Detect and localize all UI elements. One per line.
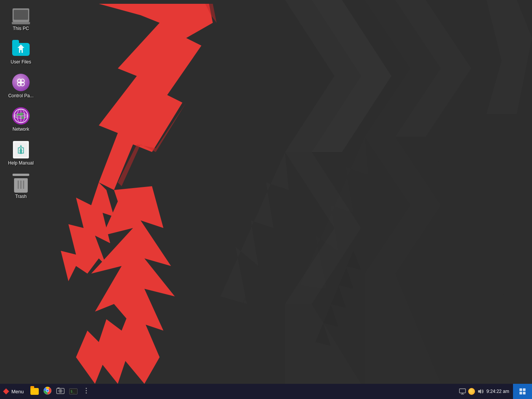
desktop-icons: This PC User Files (4, 4, 38, 201)
svg-rect-53 (519, 392, 522, 394)
screenshot-icon (56, 387, 65, 396)
control-panel-label: Control Pa... (8, 93, 34, 98)
svg-point-44 (86, 388, 87, 389)
this-pc-label: This PC (13, 26, 29, 31)
start-button[interactable]: Menu (0, 384, 27, 399)
taskbar-blue-button[interactable] (513, 384, 532, 399)
chrome-icon (43, 386, 52, 396)
svg-rect-54 (523, 392, 526, 394)
taskbar-apps: $_ (27, 384, 94, 399)
files-icon (30, 388, 39, 395)
svg-point-39 (46, 390, 49, 392)
this-pc-icon (12, 6, 30, 24)
tray-coin-icon[interactable] (468, 388, 475, 395)
desktop-icon-network[interactable]: Network (4, 104, 38, 134)
help-manual-label: Help Manual (8, 160, 33, 166)
taskbar-app-screenshot[interactable] (54, 385, 66, 397)
svg-rect-52 (523, 388, 526, 391)
notifications-icon (519, 388, 526, 395)
help-manual-icon (12, 141, 30, 159)
desktop-icon-user-files[interactable]: User Files (4, 37, 38, 67)
svg-rect-36 (20, 151, 22, 154)
taskbar: Menu (0, 384, 532, 399)
clock-label: 9:24:22 am (486, 389, 509, 394)
taskbar-app-terminal[interactable]: $_ (67, 385, 79, 397)
desktop-icon-help-manual[interactable]: Help Manual (4, 138, 38, 168)
tray-clock[interactable]: 9:24:22 am (486, 388, 509, 395)
taskbar-tray: 9:24:22 am (455, 384, 513, 399)
control-panel-icon (12, 73, 30, 92)
svg-rect-41 (57, 388, 60, 389)
desktop-icon-control-panel[interactable]: Control Pa... (4, 71, 38, 101)
svg-point-43 (60, 390, 61, 392)
taskbar-app-files[interactable] (28, 385, 41, 397)
tray-monitor-icon[interactable] (459, 388, 466, 395)
svg-point-27 (20, 82, 22, 83)
wallpaper (0, 0, 532, 384)
menu-dots-icon (83, 388, 89, 395)
start-label: Menu (11, 389, 24, 394)
user-files-label: User Files (11, 59, 31, 65)
tray-volume-icon[interactable] (477, 388, 484, 395)
user-files-icon (12, 40, 30, 58)
trash-label: Trash (15, 194, 27, 199)
svg-rect-47 (459, 389, 466, 393)
taskbar-app-chrome[interactable] (41, 385, 54, 397)
svg-point-45 (86, 390, 87, 391)
desktop: This PC User Files (0, 0, 532, 384)
trash-icon (12, 174, 30, 192)
desktop-icon-trash[interactable]: Trash (4, 172, 38, 201)
desktop-icon-this-pc[interactable]: This PC (4, 4, 38, 33)
start-icon (3, 388, 9, 394)
svg-rect-51 (519, 388, 522, 391)
taskbar-app-menu[interactable] (80, 385, 92, 397)
network-icon (12, 107, 30, 125)
terminal-icon: $_ (69, 388, 78, 394)
svg-marker-50 (478, 389, 481, 394)
svg-point-46 (86, 393, 87, 394)
network-label: Network (13, 127, 29, 132)
